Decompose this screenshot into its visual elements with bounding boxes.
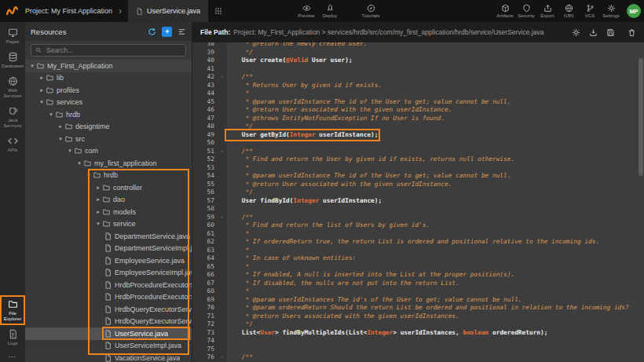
i18n-button[interactable]: I18N [559,4,578,18]
code-line[interactable]: 44 * [192,90,644,98]
chevron-down-icon[interactable]: ▾ [75,160,83,166]
code-line[interactable]: 39 */ [192,49,644,57]
chevron-down-icon[interactable]: ▾ [94,221,102,227]
tree-file[interactable]: VacationService.java [25,352,192,362]
chevron-down-icon[interactable]: ▾ [85,172,93,178]
tree-file[interactable]: HrdbQueryExecutorService.java [25,303,192,316]
tree-folder[interactable]: ▾my_first_application [25,157,192,170]
code-line[interactable]: 68 * [192,287,644,296]
code-line[interactable]: 76- /** [192,353,644,362]
refresh-icon[interactable] [148,27,156,36]
wavemaker-logo-icon[interactable] [5,5,19,18]
save-icon[interactable] [606,28,615,37]
more-menu-button[interactable]: ... [9,349,17,360]
code-editor[interactable]: 38 * @return the newly created User.39 *… [192,42,644,362]
code-line[interactable]: 58 [192,205,644,214]
code-line[interactable]: 72 */ [192,320,644,329]
sidebar-item-apis[interactable]: APIs [0,132,25,156]
code-line[interactable]: 43 * Returns User by given id if exists. [192,82,644,90]
tree-folder[interactable]: ▸designtime [25,121,192,133]
code-line[interactable]: 74 [192,337,644,346]
chevron-down-icon[interactable]: ▾ [66,148,74,154]
code-line[interactable]: 42- /** [192,73,644,82]
chevron-right-icon[interactable]: ▸ [38,87,46,93]
chevron-down-icon[interactable]: ▾ [57,136,64,142]
fold-marker-icon[interactable]: - [217,148,227,156]
tree-folder[interactable]: ▾com [25,145,192,158]
code-line[interactable]: 54 * @param userIdInstance The id of the… [192,172,644,181]
tree-folder[interactable]: ▾hrdb [25,108,192,121]
scrollbar-thumb[interactable] [639,58,643,176]
import-icon[interactable] [589,28,598,37]
code-line[interactable]: 62 * If orderedReturn true, the return L… [192,238,644,247]
sidebar-item-file-explorer[interactable]: File Explorer [0,295,25,325]
settings-icon[interactable] [572,28,580,37]
code-line[interactable]: 41 [192,65,644,74]
preview-button[interactable]: Preview [297,4,316,18]
tree-folder[interactable]: ▾service [25,218,192,231]
fold-marker-icon[interactable]: - [217,214,227,222]
delete-icon[interactable] [628,28,636,37]
code-line[interactable]: 59- /** [192,214,644,222]
search-input[interactable] [45,46,181,55]
tree-file[interactable]: EmployeeService.java [25,254,192,267]
sidebar-item-web-services[interactable]: Web Services [0,72,25,102]
tree-folder[interactable]: ▾src [25,133,192,145]
chevron-right-icon[interactable]: ▸ [94,185,102,191]
chevron-right-icon[interactable]: ▸ [94,209,102,215]
sidebar-item-pages[interactable]: Pages [0,24,25,48]
code-line[interactable]: 45 * @param userIdInstance The id of the… [192,98,644,107]
user-avatar[interactable]: MP [627,4,641,18]
tree-file[interactable]: UserService.java [25,327,192,340]
code-line[interactable]: 38 * @return the newly created User. [192,42,644,49]
code-line[interactable]: 53 * [192,164,644,173]
artifacts-button[interactable]: Artifacts [496,4,514,18]
code-line[interactable]: 69 * @param userIdInstances The id's of … [192,296,644,305]
chevron-right-icon[interactable]: ▸ [57,123,64,130]
security-button[interactable]: Security [517,4,536,18]
fold-marker-icon[interactable]: - [217,73,227,82]
code-line[interactable]: 73 List<User> findByMultipleIds(List<Int… [192,329,644,338]
chevron-down-icon[interactable]: ▾ [28,63,36,69]
tree-folder[interactable]: ▸models [25,206,192,218]
tree-folder[interactable]: ▾services [25,97,192,109]
settings-button[interactable]: Settings [602,4,620,18]
code-line[interactable]: 56 */ [192,188,644,197]
tree-file[interactable]: EmployeeServiceImpl.java [25,267,192,280]
tree-folder[interactable]: ▸dao [25,194,192,207]
code-line[interactable]: 48 */ [192,122,644,131]
search-box[interactable] [31,44,186,57]
code-line[interactable]: 50 [192,139,644,148]
deploy-button[interactable]: Deploy [320,4,339,18]
sidebar-item-logs[interactable]: Logs [0,325,25,349]
code-line[interactable]: 67 * If disabled, the nulls are not put … [192,280,644,288]
tutorials-button[interactable]: Tutorials [361,4,380,18]
collapse-all-icon[interactable] [177,27,186,36]
chevron-right-icon[interactable]: ▸ [94,196,102,203]
tree-file[interactable]: DepartmentService.java [25,230,192,243]
editor-scrollbar[interactable] [639,44,643,360]
tree-file[interactable]: DepartmentServiceImpl.java [25,243,192,255]
tree-file[interactable]: HrdbProcedureExecutorServiceImpl.java [25,291,192,304]
tree-file[interactable]: HrdbProcedureExecutorService.java [25,279,192,291]
tree-file[interactable]: UserServiceImpl.java [25,340,192,353]
code-line[interactable]: 66 * If enabled, A null is inserted into… [192,271,644,280]
code-line[interactable]: 57 User findById(Integer userIdInstance)… [192,197,644,206]
add-resource-button[interactable] [162,27,172,37]
export-button[interactable]: Export [538,4,557,18]
vcs-button[interactable]: VCS [580,4,599,18]
fold-marker-icon[interactable]: - [217,353,227,362]
code-line[interactable]: 51- /** [192,148,644,156]
tree-folder[interactable]: ▸controller [25,181,192,194]
code-line[interactable]: 47 * @throws EntityNotFoundException If … [192,115,644,123]
code-line[interactable]: 70 * @param orderedReturn Should the ret… [192,304,644,313]
code-line[interactable]: 49 User getById(Integer userIdInstance); [192,131,644,140]
tree-folder[interactable]: ▸profiles [25,84,192,97]
chevron-down-icon[interactable]: ▾ [47,112,55,118]
code-line[interactable]: 63 * [192,247,644,255]
code-line[interactable]: 64 * In case of unknown entities: [192,254,644,263]
code-line[interactable]: 75 [192,346,644,354]
file-tab[interactable]: UserService.java [128,0,208,22]
sidebar-item-databases[interactable]: Databases [0,48,25,72]
chevron-down-icon[interactable]: ▾ [38,99,46,105]
